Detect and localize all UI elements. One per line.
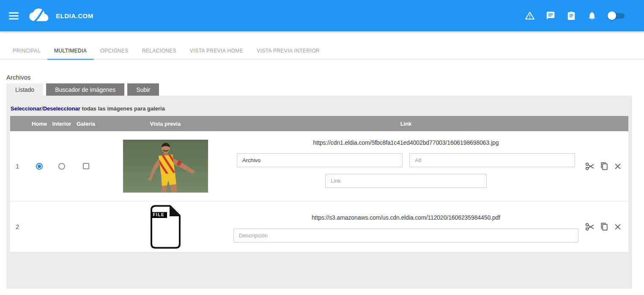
cloud-logo-icon	[28, 7, 50, 24]
alt-input[interactable]	[409, 153, 575, 167]
deselect-all-link[interactable]: Deseleccionar	[43, 105, 80, 112]
preview-cell	[98, 131, 233, 201]
tab-relaciones[interactable]: RELACIONES	[135, 42, 183, 60]
copy-icon[interactable]	[599, 222, 609, 232]
column-interior: Interior	[50, 121, 74, 127]
tab-multimedia[interactable]: MULTIMEDIA	[47, 42, 93, 60]
column-vista-previa: Vista previa	[98, 121, 233, 127]
close-icon[interactable]	[613, 222, 623, 232]
appbar-actions	[525, 11, 625, 21]
files-subtabs: Listado Buscador de imágenes Subir	[6, 83, 644, 96]
file-url: https://cdn1.eldia.com/5fbc8fa1c41ed4002…	[233, 139, 579, 146]
home-radio-cell	[29, 131, 50, 201]
generic-file-icon: FILE	[150, 205, 181, 249]
tab-bar: PRINCIPAL MULTIMEDIA OPCIONES RELACIONES…	[0, 42, 644, 60]
inputs-row	[233, 153, 579, 167]
copy-icon[interactable]	[599, 161, 609, 171]
column-home: Home	[29, 121, 50, 127]
home-radio-cell	[29, 201, 50, 252]
file-url: https://s3.amazonaws.com/us.cdn.eldia.co…	[233, 214, 579, 221]
tab-vista-previa-home[interactable]: VISTA PREVIA HOME	[183, 42, 250, 60]
table-row: 1	[10, 131, 628, 201]
row-actions	[579, 131, 628, 201]
clipboard-icon[interactable]	[566, 11, 576, 21]
column-link: Link	[233, 121, 579, 127]
menu-icon[interactable]	[4, 6, 23, 25]
bell-icon[interactable]	[587, 11, 597, 21]
row-index: 2	[10, 201, 29, 252]
galeria-checkbox[interactable]	[83, 163, 89, 169]
files-table-header: Home Interior Galeria Vista previa Link	[10, 116, 628, 131]
home-radio[interactable]	[36, 163, 43, 170]
files-table: Home Interior Galeria Vista previa Link …	[10, 116, 628, 252]
description-wrap	[233, 229, 579, 243]
tab-opciones[interactable]: OPCIONES	[93, 42, 135, 60]
warning-icon[interactable]	[525, 11, 535, 21]
app-header: ELDIA.COM	[0, 0, 644, 31]
column-galeria: Galeria	[74, 121, 98, 127]
toggle-thumb	[608, 11, 616, 20]
chat-icon[interactable]	[545, 11, 556, 21]
select-all-link[interactable]: Seleccionar	[11, 105, 41, 112]
select-line-rest: todas las imágenes para galeria	[80, 105, 165, 112]
subtab-listado[interactable]: Listado	[6, 83, 43, 96]
files-panel: Seleccionar/Deseleccionar todas las imág…	[6, 96, 632, 289]
descripcion-input[interactable]	[233, 229, 578, 243]
preview-cell: FILE	[98, 201, 233, 252]
files-table-body: 1	[10, 131, 628, 252]
archivo-input[interactable]	[237, 153, 403, 167]
galeria-checkbox-cell	[74, 131, 98, 201]
row-index: 1	[10, 131, 29, 201]
tab-vista-previa-interior[interactable]: VISTA PREVIA INTERIOR	[250, 42, 326, 60]
file-icon-label: FILE	[151, 212, 167, 218]
football-player-photo	[123, 140, 208, 193]
close-icon[interactable]	[613, 161, 623, 171]
tab-principal[interactable]: PRINCIPAL	[6, 42, 47, 60]
link-cell: https://s3.amazonaws.com/us.cdn.eldia.co…	[233, 201, 579, 252]
gallery-select-line: Seleccionar/Deseleccionar todas las imág…	[11, 105, 628, 112]
interior-radio-cell	[50, 131, 74, 201]
subtab-buscador[interactable]: Buscador de imágenes	[46, 83, 124, 96]
subtab-subir[interactable]: Subir	[127, 83, 159, 96]
cut-icon[interactable]	[585, 222, 595, 232]
table-row: 2 FILE https://s3.amazonaws.com/us.cdn.e…	[10, 201, 628, 252]
row-actions	[579, 201, 628, 252]
files-section-title: Archivos	[6, 74, 644, 81]
link-input-wrap	[233, 174, 579, 188]
interior-radio[interactable]	[58, 163, 65, 170]
galeria-checkbox-cell	[74, 201, 98, 252]
brand-title: ELDIA.COM	[56, 12, 93, 19]
theme-toggle[interactable]	[608, 11, 625, 20]
interior-radio-cell	[50, 201, 74, 252]
link-input[interactable]	[325, 174, 487, 188]
cut-icon[interactable]	[585, 161, 595, 171]
link-cell: https://cdn1.eldia.com/5fbc8fa1c41ed4002…	[233, 131, 579, 201]
